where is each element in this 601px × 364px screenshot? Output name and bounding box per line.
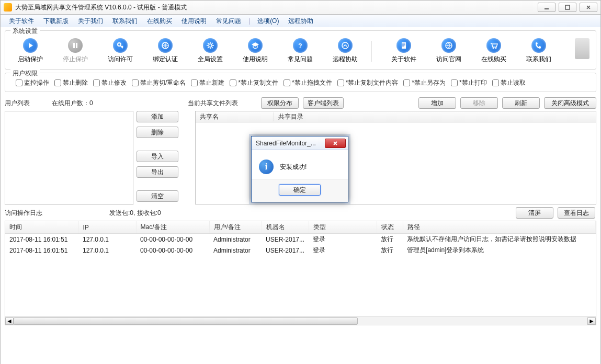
perm-禁止剪切/重命名[interactable]: 禁止剪切/重命名 xyxy=(132,78,186,87)
client-list-button[interactable]: 客户端列表 xyxy=(303,97,344,109)
tool-play[interactable]: 启动保护 xyxy=(12,38,49,64)
scroll-thumb[interactable] xyxy=(14,317,358,325)
tool-label: 全局设置 xyxy=(191,55,229,64)
log-cell-path: 系统默认不存储用户访问日志，如需记录请按照说明安装数据 xyxy=(403,234,595,245)
perm-*禁止拖拽文件[interactable]: *禁止拖拽文件 xyxy=(284,78,332,87)
tool-label: 访问官网 xyxy=(430,55,468,64)
perm-checkbox[interactable] xyxy=(492,79,499,86)
close-advanced-button[interactable]: 关闭高级模式 xyxy=(544,97,596,109)
log-col-7[interactable]: 路径 xyxy=(403,221,595,234)
menu-remote[interactable]: 远程协助 xyxy=(285,16,316,27)
log-col-5[interactable]: 类型 xyxy=(309,221,377,234)
perm-checkbox[interactable] xyxy=(54,79,61,86)
perm-禁止读取[interactable]: 禁止读取 xyxy=(492,78,526,87)
dialog-ok-button[interactable]: 确定 xyxy=(279,184,321,196)
perm-checkbox[interactable] xyxy=(132,79,139,86)
side-clear-button[interactable]: 清空 xyxy=(137,190,178,202)
perm-*禁止打印[interactable]: *禁止打印 xyxy=(451,78,487,87)
perm-*禁止另存为[interactable]: *禁止另存为 xyxy=(403,78,446,87)
perm-禁止新建[interactable]: 禁止新建 xyxy=(191,78,224,87)
view-log-button[interactable]: 查看日志 xyxy=(558,207,595,219)
packets-label: 发送包:0, 接收包:0 xyxy=(109,209,161,218)
tool-help[interactable]: ?常见问题 xyxy=(281,38,319,64)
perm-checkbox[interactable] xyxy=(337,79,344,86)
perm-dist-button[interactable]: 权限分布 xyxy=(261,97,299,109)
perm-监控操作[interactable]: 监控操作 xyxy=(16,78,49,87)
tool-cart[interactable]: 在线购买 xyxy=(475,38,513,64)
maximize-button[interactable] xyxy=(559,3,576,12)
horizontal-scrollbar[interactable]: ◄ ► xyxy=(5,316,596,325)
key-icon xyxy=(113,38,128,53)
menu-about-software[interactable]: 关于软件 xyxy=(6,16,37,27)
perm-checkbox[interactable] xyxy=(230,79,236,86)
info-icon: i xyxy=(259,160,274,174)
scroll-right-arrow[interactable]: ► xyxy=(587,317,596,325)
perm-label: 禁止新建 xyxy=(199,78,224,87)
perm-checkbox[interactable] xyxy=(191,79,198,86)
share-col-name[interactable]: 共享名 xyxy=(196,112,274,121)
tool-doc[interactable]: 关于软件 xyxy=(385,38,423,64)
tool-label: 使用说明 xyxy=(236,55,274,64)
log-col-2[interactable]: Mac/备注 xyxy=(136,221,209,234)
menu-separator: | xyxy=(247,17,251,25)
menu-faq[interactable]: 常见问题 xyxy=(213,16,244,27)
log-cell-status: 放行 xyxy=(377,245,403,256)
group-system-title: 系统设置 xyxy=(10,27,40,36)
tool-remote[interactable]: 远程协助 xyxy=(326,38,364,64)
decoration-image xyxy=(575,38,589,59)
scroll-left-arrow[interactable]: ◄ xyxy=(5,317,14,325)
tool-gear[interactable]: 全局设置 xyxy=(191,38,229,64)
log-row[interactable]: 2017-08-11 16:01:51127.0.0.100-00-00-00-… xyxy=(5,245,596,256)
log-col-3[interactable]: 用户/备注 xyxy=(209,221,262,234)
menubar: 关于软件 下载新版 关于我们 联系我们 在线购买 使用说明 常见问题 | 选项(… xyxy=(0,15,601,27)
share-col-dir[interactable]: 共享目录 xyxy=(274,112,308,121)
tool-pause[interactable]: 停止保护 xyxy=(56,38,94,64)
pause-icon xyxy=(68,38,83,53)
side-add-button[interactable]: 添加 xyxy=(137,111,178,122)
dialog-titlebar[interactable]: SharedFileMonitor_... xyxy=(252,136,348,150)
log-col-0[interactable]: 时间 xyxy=(5,221,78,234)
log-cell-mac: 00-00-00-00-00-00 xyxy=(136,234,209,245)
tool-globe[interactable]: 绑定认证 xyxy=(146,38,184,64)
log-row[interactable]: 2017-08-11 16:01:51127.0.0.100-00-00-00-… xyxy=(5,234,596,245)
perm-checkbox[interactable] xyxy=(451,79,458,86)
menu-manual[interactable]: 使用说明 xyxy=(178,16,210,27)
perm-checkbox[interactable] xyxy=(16,79,22,86)
log-table-header: 时间IPMac/备注用户/备注机器名类型状态路径 xyxy=(5,221,596,234)
userlist-label: 用户列表 xyxy=(5,99,52,108)
perm-*禁止复制文件[interactable]: *禁止复制文件 xyxy=(230,78,278,87)
side-import-button[interactable]: 导入 xyxy=(137,151,178,162)
menu-about-us[interactable]: 关于我们 xyxy=(75,16,106,27)
log-col-4[interactable]: 机器名 xyxy=(262,221,309,234)
perm-禁止删除[interactable]: 禁止删除 xyxy=(54,78,88,87)
menu-buy[interactable]: 在线购买 xyxy=(144,16,175,27)
dialog-close-button[interactable] xyxy=(325,139,346,148)
perm-*禁止复制文件内容[interactable]: *禁止复制文件内容 xyxy=(337,78,399,87)
help-icon: ? xyxy=(293,38,308,53)
remove-button[interactable]: 移除 xyxy=(460,97,498,109)
perm-checkbox[interactable] xyxy=(403,79,410,86)
log-cell-mac: 00-00-00-00-00-00 xyxy=(136,245,209,256)
perm-禁止修改[interactable]: 禁止修改 xyxy=(93,78,127,87)
add-button[interactable]: 增加 xyxy=(418,97,456,109)
close-button[interactable] xyxy=(580,3,597,12)
clear-screen-button[interactable]: 清屏 xyxy=(516,207,553,219)
tool-label: 联系我们 xyxy=(520,55,558,64)
side-delete-button[interactable]: 删除 xyxy=(137,127,178,138)
tool-phone[interactable]: 联系我们 xyxy=(520,38,558,64)
menu-download[interactable]: 下载新版 xyxy=(40,16,72,27)
log-col-6[interactable]: 状态 xyxy=(377,221,403,234)
menu-contact[interactable]: 联系我们 xyxy=(109,16,141,27)
refresh-button[interactable]: 刷新 xyxy=(502,97,540,109)
perm-label: *禁止拖拽文件 xyxy=(292,78,332,87)
tool-grad[interactable]: 使用说明 xyxy=(236,38,274,64)
tool-ie[interactable]: 访问官网 xyxy=(430,38,468,64)
side-export-button[interactable]: 导出 xyxy=(137,166,178,178)
user-list[interactable] xyxy=(5,111,133,205)
tool-key[interactable]: 访问许可 xyxy=(101,38,139,64)
log-col-1[interactable]: IP xyxy=(78,221,136,234)
perm-checkbox[interactable] xyxy=(284,79,290,86)
perm-checkbox[interactable] xyxy=(93,79,100,86)
menu-options[interactable]: 选项(O) xyxy=(254,16,282,27)
minimize-button[interactable] xyxy=(538,3,555,12)
